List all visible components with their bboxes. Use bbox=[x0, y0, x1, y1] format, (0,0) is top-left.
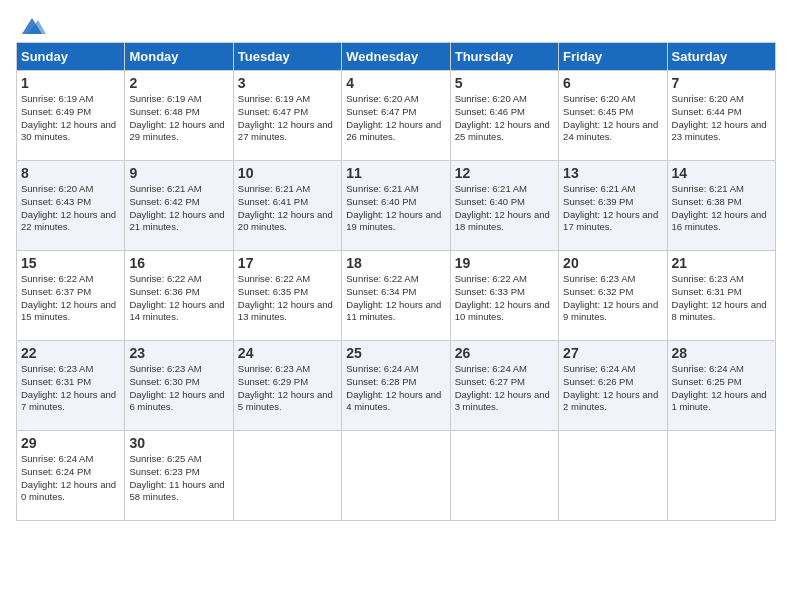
day-number: 12 bbox=[455, 165, 554, 181]
day-number: 26 bbox=[455, 345, 554, 361]
day-number: 8 bbox=[21, 165, 120, 181]
day-cell-2: 2Sunrise: 6:19 AMSunset: 6:48 PMDaylight… bbox=[125, 71, 233, 161]
col-header-sunday: Sunday bbox=[17, 43, 125, 71]
day-number: 18 bbox=[346, 255, 445, 271]
day-number: 25 bbox=[346, 345, 445, 361]
day-info: Sunrise: 6:20 AMSunset: 6:46 PMDaylight:… bbox=[455, 93, 554, 144]
day-cell-15: 15Sunrise: 6:22 AMSunset: 6:37 PMDayligh… bbox=[17, 251, 125, 341]
day-info: Sunrise: 6:21 AMSunset: 6:40 PMDaylight:… bbox=[346, 183, 445, 234]
day-info: Sunrise: 6:24 AMSunset: 6:26 PMDaylight:… bbox=[563, 363, 662, 414]
col-header-thursday: Thursday bbox=[450, 43, 558, 71]
day-info: Sunrise: 6:22 AMSunset: 6:37 PMDaylight:… bbox=[21, 273, 120, 324]
day-info: Sunrise: 6:22 AMSunset: 6:33 PMDaylight:… bbox=[455, 273, 554, 324]
day-info: Sunrise: 6:19 AMSunset: 6:49 PMDaylight:… bbox=[21, 93, 120, 144]
page-header bbox=[16, 16, 776, 32]
day-number: 15 bbox=[21, 255, 120, 271]
day-number: 28 bbox=[672, 345, 771, 361]
day-cell-13: 13Sunrise: 6:21 AMSunset: 6:39 PMDayligh… bbox=[559, 161, 667, 251]
day-info: Sunrise: 6:23 AMSunset: 6:32 PMDaylight:… bbox=[563, 273, 662, 324]
day-info: Sunrise: 6:21 AMSunset: 6:39 PMDaylight:… bbox=[563, 183, 662, 234]
day-info: Sunrise: 6:21 AMSunset: 6:38 PMDaylight:… bbox=[672, 183, 771, 234]
day-cell-11: 11Sunrise: 6:21 AMSunset: 6:40 PMDayligh… bbox=[342, 161, 450, 251]
empty-cell bbox=[450, 431, 558, 521]
day-info: Sunrise: 6:20 AMSunset: 6:44 PMDaylight:… bbox=[672, 93, 771, 144]
day-cell-23: 23Sunrise: 6:23 AMSunset: 6:30 PMDayligh… bbox=[125, 341, 233, 431]
day-info: Sunrise: 6:25 AMSunset: 6:23 PMDaylight:… bbox=[129, 453, 228, 504]
logo bbox=[16, 16, 46, 32]
calendar-table: SundayMondayTuesdayWednesdayThursdayFrid… bbox=[16, 42, 776, 521]
day-info: Sunrise: 6:22 AMSunset: 6:36 PMDaylight:… bbox=[129, 273, 228, 324]
day-info: Sunrise: 6:24 AMSunset: 6:27 PMDaylight:… bbox=[455, 363, 554, 414]
day-cell-18: 18Sunrise: 6:22 AMSunset: 6:34 PMDayligh… bbox=[342, 251, 450, 341]
day-number: 7 bbox=[672, 75, 771, 91]
empty-cell bbox=[559, 431, 667, 521]
day-cell-10: 10Sunrise: 6:21 AMSunset: 6:41 PMDayligh… bbox=[233, 161, 341, 251]
day-number: 22 bbox=[21, 345, 120, 361]
day-number: 13 bbox=[563, 165, 662, 181]
day-info: Sunrise: 6:23 AMSunset: 6:31 PMDaylight:… bbox=[21, 363, 120, 414]
col-header-saturday: Saturday bbox=[667, 43, 775, 71]
day-cell-28: 28Sunrise: 6:24 AMSunset: 6:25 PMDayligh… bbox=[667, 341, 775, 431]
empty-cell bbox=[233, 431, 341, 521]
col-header-monday: Monday bbox=[125, 43, 233, 71]
day-cell-3: 3Sunrise: 6:19 AMSunset: 6:47 PMDaylight… bbox=[233, 71, 341, 161]
day-number: 16 bbox=[129, 255, 228, 271]
day-number: 14 bbox=[672, 165, 771, 181]
day-number: 9 bbox=[129, 165, 228, 181]
day-info: Sunrise: 6:23 AMSunset: 6:29 PMDaylight:… bbox=[238, 363, 337, 414]
day-number: 29 bbox=[21, 435, 120, 451]
day-info: Sunrise: 6:24 AMSunset: 6:25 PMDaylight:… bbox=[672, 363, 771, 414]
col-header-wednesday: Wednesday bbox=[342, 43, 450, 71]
day-cell-7: 7Sunrise: 6:20 AMSunset: 6:44 PMDaylight… bbox=[667, 71, 775, 161]
day-number: 27 bbox=[563, 345, 662, 361]
day-cell-21: 21Sunrise: 6:23 AMSunset: 6:31 PMDayligh… bbox=[667, 251, 775, 341]
day-number: 5 bbox=[455, 75, 554, 91]
day-cell-17: 17Sunrise: 6:22 AMSunset: 6:35 PMDayligh… bbox=[233, 251, 341, 341]
day-number: 17 bbox=[238, 255, 337, 271]
day-cell-5: 5Sunrise: 6:20 AMSunset: 6:46 PMDaylight… bbox=[450, 71, 558, 161]
day-cell-8: 8Sunrise: 6:20 AMSunset: 6:43 PMDaylight… bbox=[17, 161, 125, 251]
day-info: Sunrise: 6:23 AMSunset: 6:30 PMDaylight:… bbox=[129, 363, 228, 414]
day-info: Sunrise: 6:22 AMSunset: 6:35 PMDaylight:… bbox=[238, 273, 337, 324]
day-number: 24 bbox=[238, 345, 337, 361]
day-cell-20: 20Sunrise: 6:23 AMSunset: 6:32 PMDayligh… bbox=[559, 251, 667, 341]
day-number: 21 bbox=[672, 255, 771, 271]
day-cell-25: 25Sunrise: 6:24 AMSunset: 6:28 PMDayligh… bbox=[342, 341, 450, 431]
day-number: 3 bbox=[238, 75, 337, 91]
day-cell-27: 27Sunrise: 6:24 AMSunset: 6:26 PMDayligh… bbox=[559, 341, 667, 431]
day-cell-22: 22Sunrise: 6:23 AMSunset: 6:31 PMDayligh… bbox=[17, 341, 125, 431]
day-cell-9: 9Sunrise: 6:21 AMSunset: 6:42 PMDaylight… bbox=[125, 161, 233, 251]
day-info: Sunrise: 6:20 AMSunset: 6:47 PMDaylight:… bbox=[346, 93, 445, 144]
day-cell-19: 19Sunrise: 6:22 AMSunset: 6:33 PMDayligh… bbox=[450, 251, 558, 341]
day-cell-14: 14Sunrise: 6:21 AMSunset: 6:38 PMDayligh… bbox=[667, 161, 775, 251]
day-cell-16: 16Sunrise: 6:22 AMSunset: 6:36 PMDayligh… bbox=[125, 251, 233, 341]
day-cell-24: 24Sunrise: 6:23 AMSunset: 6:29 PMDayligh… bbox=[233, 341, 341, 431]
day-cell-6: 6Sunrise: 6:20 AMSunset: 6:45 PMDaylight… bbox=[559, 71, 667, 161]
day-info: Sunrise: 6:21 AMSunset: 6:42 PMDaylight:… bbox=[129, 183, 228, 234]
empty-cell bbox=[342, 431, 450, 521]
logo-icon bbox=[18, 16, 46, 36]
day-number: 23 bbox=[129, 345, 228, 361]
day-cell-30: 30Sunrise: 6:25 AMSunset: 6:23 PMDayligh… bbox=[125, 431, 233, 521]
day-info: Sunrise: 6:23 AMSunset: 6:31 PMDaylight:… bbox=[672, 273, 771, 324]
day-cell-12: 12Sunrise: 6:21 AMSunset: 6:40 PMDayligh… bbox=[450, 161, 558, 251]
day-info: Sunrise: 6:22 AMSunset: 6:34 PMDaylight:… bbox=[346, 273, 445, 324]
day-cell-4: 4Sunrise: 6:20 AMSunset: 6:47 PMDaylight… bbox=[342, 71, 450, 161]
day-number: 20 bbox=[563, 255, 662, 271]
day-info: Sunrise: 6:20 AMSunset: 6:45 PMDaylight:… bbox=[563, 93, 662, 144]
day-cell-29: 29Sunrise: 6:24 AMSunset: 6:24 PMDayligh… bbox=[17, 431, 125, 521]
day-cell-1: 1Sunrise: 6:19 AMSunset: 6:49 PMDaylight… bbox=[17, 71, 125, 161]
day-number: 6 bbox=[563, 75, 662, 91]
day-info: Sunrise: 6:24 AMSunset: 6:24 PMDaylight:… bbox=[21, 453, 120, 504]
day-info: Sunrise: 6:19 AMSunset: 6:47 PMDaylight:… bbox=[238, 93, 337, 144]
day-info: Sunrise: 6:21 AMSunset: 6:40 PMDaylight:… bbox=[455, 183, 554, 234]
day-number: 2 bbox=[129, 75, 228, 91]
day-number: 10 bbox=[238, 165, 337, 181]
day-info: Sunrise: 6:21 AMSunset: 6:41 PMDaylight:… bbox=[238, 183, 337, 234]
day-number: 19 bbox=[455, 255, 554, 271]
day-info: Sunrise: 6:19 AMSunset: 6:48 PMDaylight:… bbox=[129, 93, 228, 144]
day-number: 1 bbox=[21, 75, 120, 91]
day-number: 11 bbox=[346, 165, 445, 181]
col-header-friday: Friday bbox=[559, 43, 667, 71]
empty-cell bbox=[667, 431, 775, 521]
